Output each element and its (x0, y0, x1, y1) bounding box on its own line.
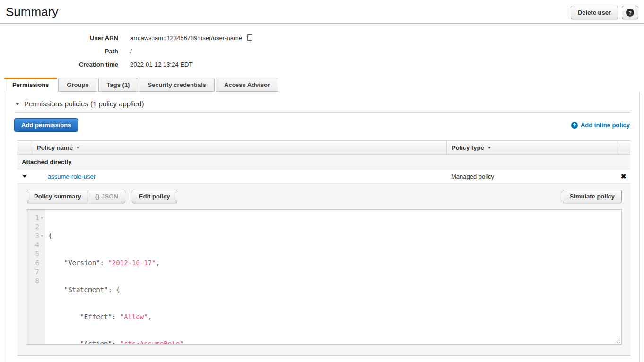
user-arn-text: arn:aws:iam::123456789:user/user-name (130, 34, 242, 42)
path-value: / (130, 48, 132, 55)
policy-name-link[interactable]: assume-role-user (48, 173, 96, 180)
detail-row-user-arn: User ARN arn:aws:iam::123456789:user/use… (0, 31, 644, 44)
page-title: Summary (6, 5, 58, 19)
add-inline-policy-label: Add inline policy (581, 121, 630, 129)
section-collapse-icon (15, 103, 20, 105)
permissions-tab-panel: Permissions policies (1 policy applied) … (4, 92, 640, 362)
add-inline-policy-link[interactable]: + Add inline policy (571, 121, 630, 129)
delete-user-button[interactable]: Delete user (571, 6, 618, 19)
creation-time-label: Creation time (0, 61, 118, 68)
tab-groups[interactable]: Groups (58, 78, 97, 92)
policy-summary-button[interactable]: Policy summary (27, 190, 88, 203)
chevron-down-icon (22, 175, 27, 178)
detail-row-creation-time: Creation time 2022-01-12 13:24 EDT (0, 58, 644, 71)
help-button[interactable]: ? (622, 6, 638, 19)
group-label: Attached directly (22, 158, 71, 165)
tab-security-credentials[interactable]: Security credentials (139, 78, 215, 92)
tab-access-advisor[interactable]: Access Advisor (216, 78, 278, 92)
help-icon: ? (626, 9, 634, 17)
copy-icon[interactable] (246, 34, 252, 42)
expander-column-header (17, 141, 32, 154)
gutter-line: 4 (27, 241, 45, 250)
policy-actions-left: Policy summary {} JSON Edit policy (27, 190, 177, 203)
code-line: "Statement": { (48, 285, 621, 294)
group-row-attached-directly: Attached directly (17, 155, 630, 169)
gutter-line: 5 (27, 250, 45, 259)
policy-actions-bar: Policy summary {} JSON Edit policy Simul… (27, 190, 622, 203)
tab-tags[interactable]: Tags (1) (98, 78, 139, 92)
editor-gutter: 1▾ 2 3▾ 4 5 6 7 8 (27, 210, 45, 344)
policy-name-cell: assume-role-user (32, 173, 446, 180)
tab-permissions[interactable]: Permissions (4, 78, 57, 92)
table-header-row: Policy name Policy type (17, 140, 630, 155)
simulate-policy-button[interactable]: Simulate policy (563, 190, 622, 203)
gutter-line: 6 (27, 259, 45, 267)
policy-name-header-label: Policy name (37, 144, 73, 151)
policy-detail-expanded-area: Policy summary {} JSON Edit policy Simul… (17, 183, 630, 356)
remove-policy-cell: ✖ (617, 173, 630, 180)
permissions-policies-section-toggle[interactable]: Permissions policies (1 policy applied) (4, 92, 639, 108)
json-view-button[interactable]: {} JSON (88, 190, 125, 203)
policy-type-cell: Managed policy (446, 173, 617, 180)
sort-caret-icon (76, 147, 80, 149)
page-header: Summary Delete user ? (0, 0, 644, 24)
fold-caret-icon[interactable]: ▾ (39, 232, 44, 241)
section-title: Permissions policies (1 policy applied) (24, 100, 144, 108)
code-line: "Version": "2012-10-17", (48, 259, 621, 267)
tab-bar: Permissions Groups Tags (1) Security cre… (4, 78, 644, 92)
gutter-line: 8 (27, 276, 45, 285)
add-permissions-button[interactable]: Add permissions (14, 118, 78, 132)
policies-table: Policy name Policy type Attached directl… (17, 140, 630, 356)
sort-caret-icon (487, 147, 491, 149)
row-expander[interactable] (17, 175, 32, 178)
path-label: Path (0, 48, 118, 55)
policy-type-header-label: Policy type (452, 144, 484, 151)
plus-icon: + (571, 122, 578, 129)
detail-row-path: Path / (0, 44, 644, 58)
editor-code-area[interactable]: { "Version": "2012-10-17", "Statement": … (45, 210, 621, 344)
action-column-header (617, 141, 630, 154)
fold-caret-icon[interactable]: ▾ (39, 214, 44, 223)
user-arn-label: User ARN (0, 34, 118, 42)
policy-name-column-header[interactable]: Policy name (32, 141, 446, 154)
code-line: "Action": "sts:AssumeRole", (48, 339, 621, 344)
user-details: User ARN arn:aws:iam::123456789:user/use… (0, 31, 644, 71)
policy-toolbar: Add permissions + Add inline policy (14, 118, 630, 132)
user-arn-value: arn:aws:iam::123456789:user/user-name (130, 34, 252, 42)
section-divider (15, 112, 630, 113)
json-policy-editor[interactable]: 1▾ 2 3▾ 4 5 6 7 8 { "Version": "2012-10-… (27, 209, 622, 345)
policy-table-row: assume-role-user Managed policy ✖ (17, 169, 630, 183)
creation-time-value: 2022-01-12 13:24 EDT (130, 61, 192, 68)
remove-policy-icon[interactable]: ✖ (621, 172, 627, 180)
header-actions: Delete user ? (571, 5, 638, 19)
gutter-line: 2 (27, 223, 45, 232)
policy-view-segmented-control: Policy summary {} JSON (27, 190, 125, 203)
gutter-line: 3▾ (27, 232, 45, 241)
policy-type-column-header[interactable]: Policy type (446, 141, 617, 154)
gutter-line: 1▾ (27, 214, 45, 223)
code-line: { (48, 232, 621, 241)
gutter-line: 7 (27, 267, 45, 276)
edit-policy-button[interactable]: Edit policy (132, 190, 177, 203)
code-line: "Effect": "Allow", (48, 312, 621, 321)
